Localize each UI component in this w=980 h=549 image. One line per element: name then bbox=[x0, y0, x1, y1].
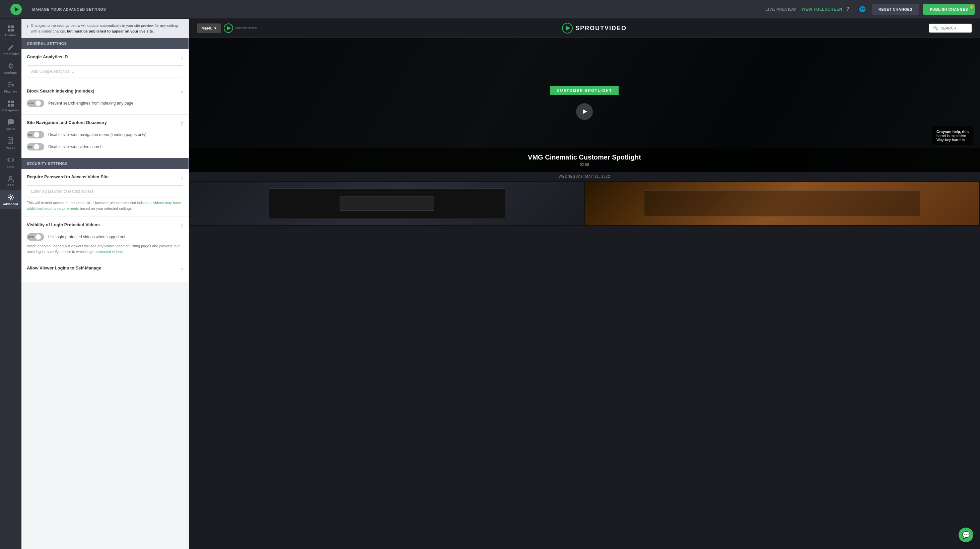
visibility-toggle-ball bbox=[35, 234, 41, 239]
nav-toggle-row-1: NO Disable site-wide navigation menu (la… bbox=[27, 131, 183, 139]
themes-label: Themes bbox=[5, 34, 17, 37]
visibility-title: Visibility of Login Protected Videos bbox=[27, 222, 100, 227]
google-analytics-help-icon[interactable]: ? bbox=[181, 56, 183, 61]
site-search-input[interactable] bbox=[941, 26, 967, 30]
svg-marker-22 bbox=[227, 26, 231, 30]
subtitle-line-1: Grayson help, this bbox=[937, 130, 969, 134]
settings-label: Settings bbox=[4, 71, 17, 74]
password-input[interactable] bbox=[27, 185, 183, 198]
visibility-toggle-text: List login protected videos when logged … bbox=[48, 235, 125, 239]
nav-toggle-2-ball bbox=[34, 144, 39, 150]
sidebar-item-social[interactable]: Social bbox=[0, 115, 21, 134]
publish-changes-button[interactable]: PUBLISH CHANGES bbox=[923, 4, 975, 15]
nav-toggle-row-2: NO Disable site-wide video search bbox=[27, 143, 183, 150]
pages-icon bbox=[7, 137, 14, 145]
svg-marker-24 bbox=[566, 26, 570, 30]
subtitle-line-3: Way-hey barrel is bbox=[937, 138, 969, 142]
sidebar-item-settings[interactable]: Settings bbox=[0, 59, 21, 78]
site-center-logo-icon bbox=[562, 23, 573, 34]
svg-rect-4 bbox=[8, 29, 10, 32]
sproutvideo-logo-icon bbox=[10, 3, 22, 15]
sidebar-item-themes[interactable]: Themes bbox=[0, 21, 21, 40]
sidebar-item-advanced[interactable]: Advanced bbox=[0, 190, 21, 209]
sidebar-nav: Themes Personalize Settings Playlists bbox=[0, 19, 21, 549]
hero-play-button[interactable] bbox=[576, 103, 593, 120]
advanced-label: Advanced bbox=[3, 203, 18, 206]
site-logo-wordmark: SPROUTVIDEO bbox=[224, 24, 257, 33]
sidebar-item-code[interactable]: Code bbox=[0, 153, 21, 172]
sidebar-item-personalize[interactable]: Personalize bbox=[0, 40, 21, 59]
svg-rect-3 bbox=[11, 26, 14, 28]
publish-wrapper: PUBLISH CHANGES bbox=[923, 4, 975, 15]
site-navigation-toggles: NO Disable site-wide navigation menu (la… bbox=[27, 131, 183, 153]
categories-label: Categories bbox=[2, 109, 19, 112]
svg-rect-2 bbox=[8, 26, 10, 28]
sidebar-item-sso[interactable]: SSO bbox=[0, 172, 21, 190]
sidebar-item-categories[interactable]: Categories bbox=[0, 97, 21, 115]
svg-rect-14 bbox=[11, 104, 14, 107]
sidebar-item-pages[interactable]: Pages bbox=[0, 134, 21, 153]
visibility-link[interactable]: login protected videos bbox=[87, 250, 123, 254]
site-search-box[interactable]: 🔍 bbox=[929, 24, 972, 33]
personalize-label: Personalize bbox=[2, 52, 19, 56]
hero-title-text: VMG Cinematic Customer Spotlight bbox=[197, 153, 972, 161]
allow-viewer-title: Allow Viewer Logins to Self-Manage bbox=[27, 265, 101, 270]
nav-toggle-1[interactable]: NO bbox=[27, 131, 44, 139]
reset-changes-button[interactable]: RESET CHANGES bbox=[872, 4, 919, 15]
block-search-toggle[interactable]: OFF bbox=[27, 99, 44, 107]
language-button[interactable]: 🌐 bbox=[857, 4, 868, 15]
password-description: This will restrict access to the video s… bbox=[27, 200, 183, 211]
visibility-help-icon[interactable]: ? bbox=[181, 223, 183, 229]
google-analytics-title-row: Google Analytics ID ? bbox=[27, 54, 183, 62]
view-fullscreen-button[interactable]: VIEW FULLSCREEN bbox=[802, 7, 842, 12]
menu-chevron-icon: ▾ bbox=[214, 26, 216, 30]
live-preview-label: LIVE PREVIEW bbox=[765, 7, 796, 12]
social-icon bbox=[7, 119, 14, 126]
svg-rect-18 bbox=[9, 142, 11, 143]
code-icon bbox=[7, 156, 14, 164]
subtitle-line-2: barrel is explosive bbox=[937, 134, 969, 138]
password-title: Require Password to Access Video Site bbox=[27, 174, 108, 179]
block-search-toggle-row: OFF Prevent search engines from indexing… bbox=[27, 99, 183, 107]
nav-toggle-1-label: NO bbox=[28, 133, 32, 136]
google-analytics-title: Google Analytics ID bbox=[27, 54, 68, 59]
svg-rect-16 bbox=[9, 139, 12, 140]
nav-toggle-2[interactable]: NO bbox=[27, 143, 44, 150]
svg-marker-10 bbox=[13, 84, 14, 86]
visibility-description: When enabled, logged out viewers will se… bbox=[27, 243, 183, 254]
site-header: MENU ▾ SPROUTVIDEO SPROUTVIDEO bbox=[189, 19, 980, 38]
block-search-help-icon[interactable]: ? bbox=[181, 90, 183, 95]
site-navigation-title-row: Site Navigation and Content Discovery ? bbox=[27, 120, 183, 128]
info-text: Changes to the settings below will updat… bbox=[31, 23, 183, 34]
password-help-icon[interactable]: ? bbox=[181, 176, 183, 181]
themes-icon bbox=[7, 25, 14, 32]
nav-toggle-2-label: NO bbox=[28, 145, 32, 148]
google-analytics-input[interactable] bbox=[27, 65, 183, 77]
allow-viewer-help-icon[interactable]: ? bbox=[181, 267, 183, 272]
help-button[interactable]: ? bbox=[842, 4, 853, 15]
password-group: Require Password to Access Video Site ? … bbox=[21, 169, 189, 217]
playlists-icon bbox=[7, 81, 14, 88]
hero-title-bar: VMG Cinematic Customer Spotlight 02:08 bbox=[189, 148, 980, 172]
password-title-row: Require Password to Access Video Site ? bbox=[27, 174, 183, 182]
chat-button[interactable]: 💬 bbox=[959, 528, 973, 542]
nav-toggle-2-text: Disable site-wide video search bbox=[48, 144, 102, 149]
site-menu-button[interactable]: MENU ▾ bbox=[197, 24, 221, 33]
info-icon: ℹ bbox=[27, 24, 28, 34]
google-analytics-group: Google Analytics ID ? bbox=[21, 49, 189, 83]
site-center-logo-text: SPROUTVIDEO bbox=[575, 25, 627, 32]
play-icon bbox=[581, 108, 588, 115]
page-title: MANAGE YOUR ADVANCED SETTINGS bbox=[32, 7, 765, 11]
preview-site: MENU ▾ SPROUTVIDEO SPROUTVIDEO bbox=[189, 19, 980, 549]
sidebar-item-playlists[interactable]: Playlists bbox=[0, 78, 21, 97]
svg-rect-9 bbox=[8, 86, 10, 87]
personalize-icon bbox=[7, 43, 14, 51]
categories-icon bbox=[7, 100, 14, 107]
social-label: Social bbox=[6, 128, 15, 131]
hero-content: CUSTOMER SPOTLIGHT bbox=[550, 86, 619, 124]
general-settings-header: General Settings bbox=[21, 38, 189, 49]
site-logo-subtitle: SPROUTVIDEO bbox=[235, 27, 257, 30]
info-bar: ℹ Changes to the settings below will upd… bbox=[21, 19, 189, 38]
site-navigation-help-icon[interactable]: ? bbox=[181, 121, 183, 127]
visibility-toggle[interactable]: OFF bbox=[27, 233, 44, 241]
